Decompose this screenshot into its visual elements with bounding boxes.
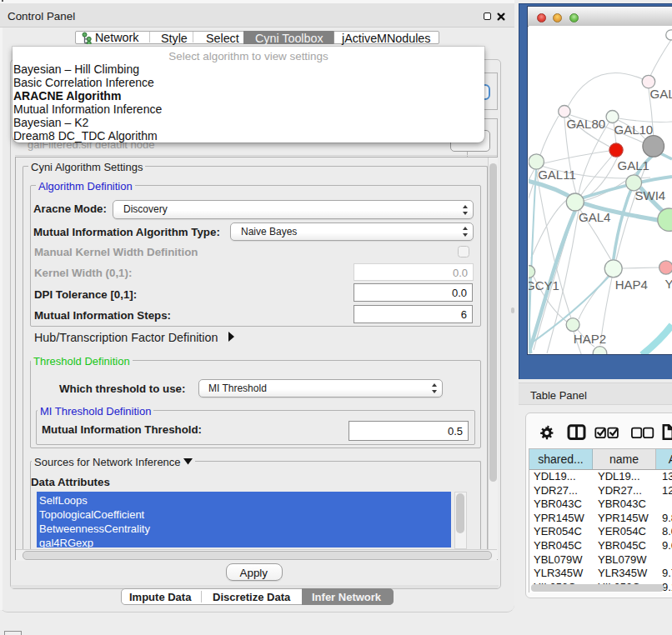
svg-text:GAL11: GAL11 <box>538 168 576 182</box>
svg-text:HAP4: HAP4 <box>615 278 648 292</box>
svg-text:GAL4: GAL4 <box>579 210 610 224</box>
svg-text:GAL7: GAL7 <box>650 87 672 101</box>
svg-text:GAL1: GAL1 <box>618 158 649 172</box>
svg-text:GAL80: GAL80 <box>566 117 605 131</box>
svg-text:YL: YL <box>665 277 672 291</box>
svg-text:HAP2: HAP2 <box>574 332 606 346</box>
svg-text:GAL10: GAL10 <box>614 122 654 137</box>
svg-text:SWI4: SWI4 <box>635 188 666 202</box>
svg-text:GCY1: GCY1 <box>529 278 559 292</box>
